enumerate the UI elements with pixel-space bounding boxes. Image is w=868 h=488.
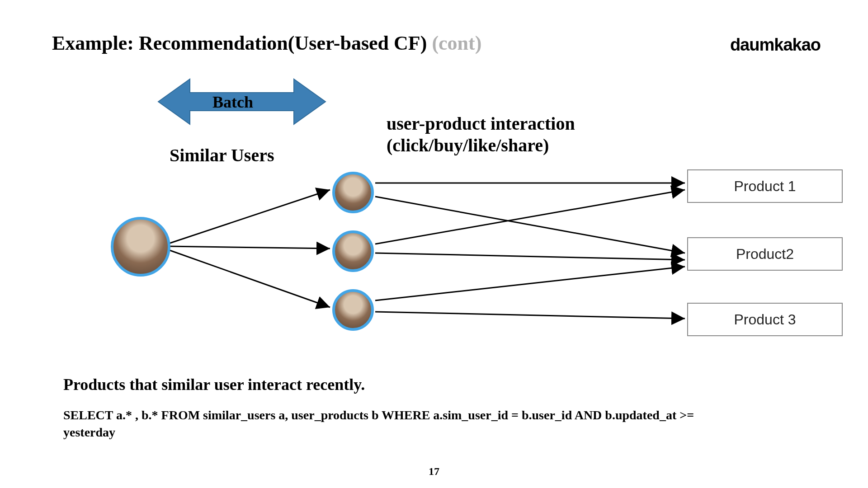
edge-s3-p3 (375, 312, 685, 319)
edge-main-to-s1 (167, 190, 330, 244)
slide-stage: Example: Recommendation(User-based CF) (… (0, 0, 868, 488)
product-box-1: Product 1 (687, 169, 843, 203)
slide-title: Example: Recommendation(User-based CF) (… (52, 32, 481, 55)
sql-text: SELECT a.* , b.* FROM similar_users a, u… (63, 407, 719, 441)
edge-s2-p2 (375, 253, 685, 260)
edge-s3-p2 (375, 267, 685, 300)
main-user-avatar (111, 217, 170, 277)
batch-label: Batch (212, 93, 253, 111)
edge-s1-p2 (375, 197, 685, 253)
interaction-label: user-product interaction (click/buy/like… (387, 113, 575, 156)
batch-arrow-icon: Batch (158, 79, 326, 124)
product-box-3: Product 3 (687, 303, 843, 336)
title-main: Example: Recommendation(User-based CF) (52, 32, 432, 54)
edge-s2-p1 (375, 190, 685, 244)
interaction-line2: (click/buy/like/share) (387, 135, 549, 155)
product-box-2: Product2 (687, 237, 843, 271)
edge-main-to-s2 (167, 246, 330, 249)
title-suffix: (cont) (432, 32, 481, 54)
page-number: 17 (429, 465, 439, 478)
similar-user-avatar-1 (332, 172, 374, 213)
caption-text: Products that similar user interact rece… (63, 375, 365, 394)
interaction-line1: user-product interaction (387, 113, 575, 134)
edge-main-to-s3 (167, 249, 330, 307)
similar-user-avatar-2 (332, 230, 374, 272)
similar-user-avatar-3 (332, 289, 374, 331)
brand-logo: daumkakao (730, 35, 821, 55)
similar-users-label: Similar Users (170, 145, 274, 166)
svg-marker-0 (158, 79, 326, 124)
